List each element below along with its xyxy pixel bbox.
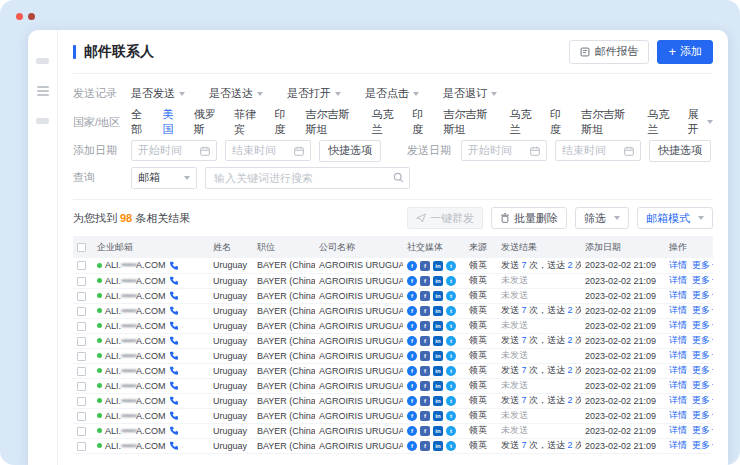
row-checkbox[interactable] xyxy=(77,442,86,451)
facebook-icon[interactable]: f xyxy=(407,291,417,301)
row-checkbox[interactable] xyxy=(77,307,86,316)
phone-icon[interactable] xyxy=(169,261,178,270)
country-item[interactable]: 吉尔吉斯斯坦 xyxy=(581,107,633,137)
linkedin-icon[interactable]: in xyxy=(433,321,443,331)
more-link[interactable]: 更多 xyxy=(692,395,713,405)
detail-link[interactable]: 详情 xyxy=(669,275,687,285)
facebook-icon[interactable]: f xyxy=(407,411,417,421)
send-filter-item[interactable]: 是否点击 xyxy=(365,86,419,101)
facebook-icon[interactable]: f xyxy=(407,306,417,316)
linkedin-icon[interactable]: in xyxy=(433,426,443,436)
send-date-quick-options-button[interactable]: 快捷选项 xyxy=(649,140,711,162)
sent-count-link[interactable]: 7 xyxy=(522,395,527,405)
twitter-icon[interactable]: t xyxy=(446,381,456,391)
country-item[interactable]: 菲律宾 xyxy=(234,107,260,137)
linkedin-icon[interactable]: in xyxy=(433,381,443,391)
country-item[interactable]: 全部 xyxy=(131,107,148,137)
facebook-icon[interactable]: f xyxy=(407,261,417,271)
detail-link[interactable]: 详情 xyxy=(669,305,687,315)
phone-icon[interactable] xyxy=(169,441,178,450)
country-item[interactable]: 乌克兰 xyxy=(510,107,536,137)
bulk-send-button[interactable]: 一键群发 xyxy=(407,207,483,229)
facebook-icon[interactable]: f xyxy=(407,276,417,286)
search-input[interactable] xyxy=(205,167,410,189)
phone-icon[interactable] xyxy=(169,366,178,375)
twitter-icon[interactable]: t xyxy=(446,321,456,331)
delivered-count-link[interactable]: 2 xyxy=(568,335,573,345)
twitter-icon[interactable]: t xyxy=(446,396,456,406)
row-checkbox[interactable] xyxy=(77,277,86,286)
more-link[interactable]: 更多 xyxy=(692,305,713,315)
facebook-icon[interactable]: f xyxy=(407,426,417,436)
country-item[interactable]: 美国 xyxy=(162,107,179,137)
twitter-icon[interactable]: t xyxy=(446,411,456,421)
linkedin-icon[interactable]: in xyxy=(433,291,443,301)
facebook-icon[interactable]: f xyxy=(407,441,417,451)
bulk-delete-button[interactable]: 批量删除 xyxy=(491,207,567,229)
more-link[interactable]: 更多 xyxy=(692,335,713,345)
more-link[interactable]: 更多 xyxy=(692,410,713,420)
select-all-checkbox[interactable] xyxy=(77,243,86,252)
add-date-end-input[interactable]: 结束时间 xyxy=(225,140,311,161)
delivered-count-link[interactable]: 2 xyxy=(568,365,573,375)
facebook-square-icon[interactable]: f xyxy=(420,276,430,286)
linkedin-icon[interactable]: in xyxy=(433,366,443,376)
sent-count-link[interactable]: 7 xyxy=(522,260,527,270)
phone-icon[interactable] xyxy=(169,321,178,330)
more-link[interactable]: 更多 xyxy=(692,380,713,390)
facebook-square-icon[interactable]: f xyxy=(420,261,430,271)
window-dot-dark[interactable] xyxy=(28,13,35,20)
facebook-icon[interactable]: f xyxy=(407,351,417,361)
country-item[interactable]: 俄罗斯 xyxy=(194,107,220,137)
detail-link[interactable]: 详情 xyxy=(669,260,687,270)
facebook-icon[interactable]: f xyxy=(407,396,417,406)
detail-link[interactable]: 详情 xyxy=(669,410,687,420)
linkedin-icon[interactable]: in xyxy=(433,441,443,451)
sent-count-link[interactable]: 7 xyxy=(522,305,527,315)
facebook-square-icon[interactable]: f xyxy=(420,366,430,376)
row-checkbox[interactable] xyxy=(77,337,86,346)
phone-icon[interactable] xyxy=(169,351,178,360)
more-link[interactable]: 更多 xyxy=(692,350,713,360)
twitter-icon[interactable]: t xyxy=(446,441,456,451)
country-item[interactable]: 吉尔吉斯斯坦 xyxy=(306,107,358,137)
sidebar-item-placeholder[interactable] xyxy=(36,58,49,64)
send-date-start-input[interactable]: 开始时间 xyxy=(461,140,547,161)
country-item[interactable]: 乌克兰 xyxy=(372,107,398,137)
menu-icon[interactable] xyxy=(37,86,49,96)
detail-link[interactable]: 详情 xyxy=(669,350,687,360)
more-link[interactable]: 更多 xyxy=(692,425,713,435)
mailbox-mode-dropdown[interactable]: 邮箱模式 xyxy=(637,207,713,229)
delivered-count-link[interactable]: 2 xyxy=(568,260,573,270)
twitter-icon[interactable]: t xyxy=(446,306,456,316)
add-date-quick-options-button[interactable]: 快捷选项 xyxy=(319,140,381,162)
linkedin-icon[interactable]: in xyxy=(433,276,443,286)
phone-icon[interactable] xyxy=(169,396,178,405)
add-date-start-input[interactable]: 开始时间 xyxy=(131,140,217,161)
sent-count-link[interactable]: 7 xyxy=(522,440,527,450)
sent-count-link[interactable]: 7 xyxy=(522,335,527,345)
phone-icon[interactable] xyxy=(169,276,178,285)
twitter-icon[interactable]: t xyxy=(446,426,456,436)
send-date-end-input[interactable]: 结束时间 xyxy=(555,140,641,161)
expand-toggle[interactable]: 展开 xyxy=(688,107,713,137)
facebook-icon[interactable]: f xyxy=(407,336,417,346)
window-dot-red[interactable] xyxy=(16,13,23,20)
linkedin-icon[interactable]: in xyxy=(433,396,443,406)
send-filter-item[interactable]: 是否打开 xyxy=(287,86,341,101)
facebook-square-icon[interactable]: f xyxy=(420,411,430,421)
detail-link[interactable]: 详情 xyxy=(669,320,687,330)
more-link[interactable]: 更多 xyxy=(692,290,713,300)
country-item[interactable]: 印度 xyxy=(412,107,429,137)
detail-link[interactable]: 详情 xyxy=(669,365,687,375)
row-checkbox[interactable] xyxy=(77,412,86,421)
delivered-count-link[interactable]: 2 xyxy=(568,440,573,450)
linkedin-icon[interactable]: in xyxy=(433,336,443,346)
delivered-count-link[interactable]: 2 xyxy=(568,395,573,405)
phone-icon[interactable] xyxy=(169,306,178,315)
phone-icon[interactable] xyxy=(169,426,178,435)
add-button[interactable]: + 添加 xyxy=(657,40,713,64)
more-link[interactable]: 更多 xyxy=(692,440,713,450)
query-type-select[interactable]: 邮箱 xyxy=(131,167,197,189)
linkedin-icon[interactable]: in xyxy=(433,306,443,316)
